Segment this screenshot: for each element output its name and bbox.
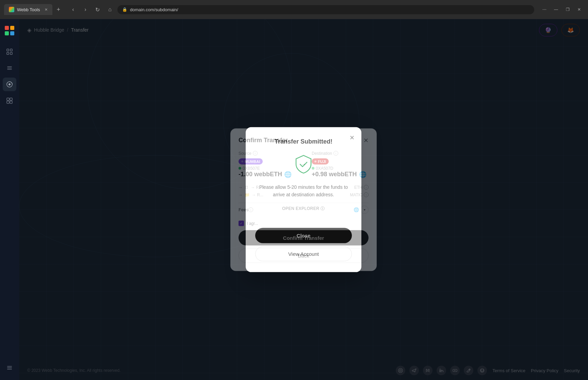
sidebar-item-privacy[interactable] [3, 78, 16, 91]
sidebar [0, 19, 19, 380]
tab-bar: Webb Tools ✕ + [4, 4, 63, 15]
content-area: ◈ Hubble Bridge / Transfer 🔮 🦊 Confirm T… [19, 19, 588, 380]
svg-rect-17 [7, 366, 12, 367]
browser-controls: ‹ › ↻ ⌂ [68, 5, 115, 14]
svg-rect-6 [7, 52, 9, 54]
minimize-button[interactable]: — [551, 5, 561, 14]
extensions-button[interactable]: ⋯ [540, 5, 549, 14]
sidebar-item-list[interactable] [3, 61, 16, 75]
app-logo[interactable] [3, 24, 16, 37]
open-explorer-text: OPEN EXPLORER [282, 206, 319, 211]
address-text: domain.com/subdomain/ [130, 7, 178, 12]
tab-favicon [9, 7, 14, 12]
tab-title: Webb Tools [17, 7, 40, 12]
browser-chrome: Webb Tools ✕ + ‹ › ↻ ⌂ 🔒 domain.com/subd… [0, 0, 588, 19]
svg-rect-5 [10, 49, 12, 51]
restore-button[interactable]: ❐ [563, 5, 572, 14]
success-modal-close-button[interactable]: ✕ [349, 134, 355, 141]
success-modal-header: Transfer Submitted! [255, 138, 352, 145]
svg-rect-16 [10, 101, 12, 103]
sidebar-item-menu[interactable] [3, 361, 16, 375]
lock-icon: 🔒 [122, 7, 127, 12]
svg-rect-4 [7, 49, 9, 51]
tab-close-icon[interactable]: ✕ [45, 7, 48, 12]
sidebar-item-apps[interactable] [3, 94, 16, 108]
address-bar[interactable]: 🔒 domain.com/subdomain/ [117, 5, 534, 14]
svg-rect-15 [7, 101, 9, 103]
active-tab[interactable]: Webb Tools ✕ [4, 4, 52, 15]
svg-rect-3 [10, 31, 14, 35]
browser-actions: ⋯ — ❐ ✕ [540, 5, 584, 14]
svg-rect-7 [10, 52, 12, 54]
open-explorer-container: OPEN EXPLORER ⓘ [255, 205, 352, 220]
new-tab-button[interactable]: + [54, 5, 63, 15]
svg-rect-18 [7, 367, 12, 368]
window-close-button[interactable]: ✕ [574, 5, 584, 14]
back-nav-button[interactable]: ‹ [68, 5, 78, 14]
svg-rect-13 [7, 98, 9, 100]
svg-rect-19 [7, 369, 12, 370]
close-modal-button[interactable]: Close [255, 228, 352, 243]
svg-rect-0 [5, 26, 9, 30]
success-modal: Transfer Submitted! ✕ Please allow 5-20 … [246, 127, 361, 272]
forward-nav-button[interactable]: › [81, 5, 90, 14]
svg-rect-1 [10, 26, 14, 30]
modal-overlay: Transfer Submitted! ✕ Please allow 5-20 … [19, 19, 588, 380]
svg-rect-2 [5, 31, 9, 35]
success-shield-icon [293, 153, 314, 175]
open-explorer-icon: ⓘ [321, 206, 325, 212]
success-modal-title: Transfer Submitted! [255, 138, 352, 145]
success-message: Please allow 5-20 minutes for the funds … [255, 183, 352, 198]
app-container: ◈ Hubble Bridge / Transfer 🔮 🦊 Confirm T… [0, 19, 588, 380]
sidebar-item-grid[interactable] [3, 45, 16, 59]
home-button[interactable]: ⌂ [105, 5, 115, 14]
svg-rect-14 [10, 98, 12, 100]
open-explorer-link[interactable]: OPEN EXPLORER ⓘ [282, 206, 325, 212]
svg-point-12 [9, 83, 11, 85]
view-account-button[interactable]: View Account [255, 247, 352, 261]
reload-button[interactable]: ↻ [93, 5, 102, 14]
